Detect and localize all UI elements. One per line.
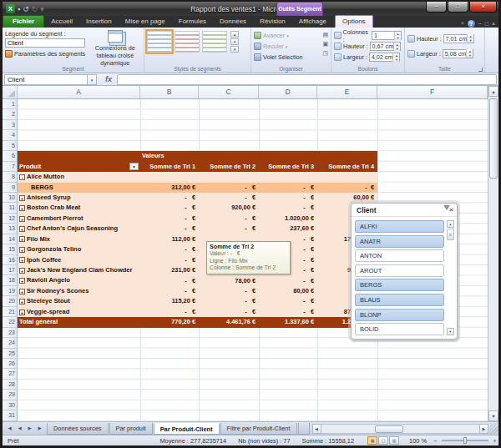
pivot-row-gorgonzola-telino[interactable]: +Gorgonzola Telino - €- €: [18, 244, 377, 254]
spin-down-icon[interactable]: ▾: [468, 38, 473, 43]
close-button[interactable]: ×: [469, 2, 497, 13]
pivot-row-jacks-clam-chowder[interactable]: +Jack's New England Clam Chowder 231,00 …: [18, 265, 377, 275]
columns-stepper[interactable]: 1 ▴▾: [372, 31, 402, 40]
tab-affichage[interactable]: Affichage: [292, 16, 333, 28]
tab-insertion[interactable]: Insertion: [79, 16, 119, 28]
row-header[interactable]: 23: [3, 328, 17, 338]
slicer-width-stepper[interactable]: 5,08 cm ▴▾: [443, 49, 474, 58]
bring-forward-button[interactable]: Avancer ▾: [254, 30, 328, 41]
pivot-row-aniseed-syrup[interactable]: +Aniseed Syrup - €- €- €60,00 €: [18, 193, 377, 203]
value-cell[interactable]: - €: [140, 203, 199, 213]
normal-view-icon[interactable]: ▦: [367, 436, 377, 445]
value-cell[interactable]: - €: [259, 296, 317, 306]
page-break-view-icon[interactable]: ▥: [389, 436, 399, 445]
formula-input[interactable]: [117, 74, 497, 85]
tab-donnees[interactable]: Données: [213, 16, 253, 28]
sheet-tab-par-produit[interactable]: Par produit: [109, 423, 153, 435]
send-backward-button[interactable]: Reculer ▾: [254, 41, 328, 52]
styles-more-icon[interactable]: ▾: [230, 46, 239, 53]
button-width-stepper[interactable]: 4,02 cm ▴▾: [369, 53, 401, 62]
total-cell[interactable]: 1.337,60 €: [259, 317, 317, 327]
column-header-b[interactable]: B: [140, 86, 199, 98]
last-sheet-icon[interactable]: ▶: [35, 424, 44, 433]
total-cell[interactable]: 770,20 €: [140, 317, 199, 327]
value-cell[interactable]: - €: [199, 193, 259, 203]
value-cell[interactable]: [140, 172, 199, 182]
value-cell[interactable]: - €: [140, 276, 199, 286]
row-header[interactable]: 17: [3, 265, 17, 275]
row-header[interactable]: 29: [3, 390, 17, 400]
value-cell[interactable]: - €: [199, 224, 259, 234]
selection-pane-button[interactable]: Volet Sélection: [254, 52, 328, 63]
pivot-total-row[interactable]: Total général 770,20 €4.461,76 €1.337,60…: [18, 317, 377, 327]
value-cell[interactable]: [317, 172, 377, 182]
tab-mise-en-page[interactable]: Mise en page: [119, 16, 172, 28]
value-cell[interactable]: - €: [140, 307, 199, 317]
slicer-item-bergs[interactable]: BERGS: [355, 279, 444, 291]
styles-scroll-down-icon[interactable]: ▾: [230, 38, 239, 45]
sheet-tab-donnees-sources[interactable]: Données sources: [47, 423, 109, 435]
row-header[interactable]: 18: [3, 275, 17, 285]
row-header[interactable]: 7: [3, 162, 17, 172]
slicer-scroll-thumb[interactable]: ≡: [447, 229, 454, 240]
slicer-style-thumbnail-2[interactable]: [175, 31, 200, 53]
value-cell[interactable]: [199, 172, 259, 182]
sheet-tab-par-produit-client[interactable]: Par Produit-Client: [154, 423, 220, 435]
horizontal-scrollbar[interactable]: ◀ ▶: [312, 423, 489, 434]
tab-accueil[interactable]: Accueil: [44, 16, 79, 28]
col-header-tri4[interactable]: Somme de Tri 4: [317, 162, 377, 172]
spin-down-icon[interactable]: ▾: [394, 47, 400, 51]
expand-icon[interactable]: +: [19, 268, 25, 274]
workbook-close-icon[interactable]: ×: [492, 21, 495, 27]
pivot-row-boston-crab-meat[interactable]: +Boston Crab Meat - €920,00 €- €: [18, 203, 377, 213]
value-cell[interactable]: - €: [259, 276, 317, 286]
tab-revision[interactable]: Révision: [253, 16, 292, 28]
slicer-style-thumbnail-3[interactable]: [202, 31, 227, 53]
slicer-item-blaus[interactable]: BLAUS: [355, 294, 444, 306]
value-cell[interactable]: 115,20 €: [140, 296, 199, 306]
scroll-up-icon[interactable]: ▲: [488, 86, 498, 97]
tab-formules[interactable]: Formules: [172, 16, 213, 28]
col-header-tri2[interactable]: Somme de Tri 2: [199, 162, 259, 172]
value-cell[interactable]: 60,00 €: [317, 193, 377, 203]
row-header[interactable]: 26: [3, 359, 17, 369]
name-box-dropdown-icon[interactable]: ▾: [88, 74, 97, 85]
styles-scroll-up-icon[interactable]: ▴: [230, 31, 239, 38]
help-icon[interactable]: ?: [468, 20, 475, 28]
row-header[interactable]: 1: [3, 99, 17, 109]
spin-down-icon[interactable]: ▾: [393, 58, 399, 62]
slicer-item-alfki[interactable]: ALFKI: [355, 220, 444, 233]
slicer-scroll-down-icon[interactable]: ▾: [447, 328, 454, 335]
row-header[interactable]: 4: [3, 130, 17, 140]
row-header[interactable]: 28: [3, 380, 17, 390]
zoom-slider[interactable]: [442, 440, 488, 441]
value-cell[interactable]: 80,00 €: [259, 286, 317, 296]
value-cell[interactable]: - €: [317, 183, 377, 193]
column-header-c[interactable]: C: [199, 86, 259, 98]
value-cell[interactable]: 1.020,00 €: [259, 214, 317, 224]
value-cell[interactable]: - €: [199, 214, 259, 224]
row-header[interactable]: 30: [3, 400, 17, 410]
next-sheet-icon[interactable]: ▶: [25, 424, 34, 433]
first-sheet-icon[interactable]: ◀: [5, 424, 14, 433]
slicer-item-arout[interactable]: AROUT: [355, 264, 444, 277]
row-header[interactable]: 24: [3, 338, 17, 348]
filter-icon[interactable]: ▼: [129, 163, 139, 170]
expand-icon[interactable]: +: [19, 257, 25, 263]
hscroll-thumb[interactable]: [375, 425, 403, 433]
group-dropdown-icon[interactable]: ▣: [322, 40, 328, 48]
row-header[interactable]: 2: [3, 109, 17, 119]
column-header-e[interactable]: E: [317, 86, 377, 98]
zoom-out-icon[interactable]: −: [432, 437, 439, 445]
row-header[interactable]: 21: [3, 307, 17, 317]
fx-icon[interactable]: fx: [105, 75, 112, 83]
row-header[interactable]: 14: [3, 234, 17, 244]
expand-icon[interactable]: +: [19, 310, 25, 315]
insert-sheet-tab[interactable]: [298, 423, 310, 435]
spin-down-icon[interactable]: ▾: [467, 53, 473, 58]
value-cell[interactable]: - €: [259, 183, 317, 193]
value-cell[interactable]: 237,60 €: [259, 224, 317, 234]
vertical-scroll-thumb[interactable]: [489, 98, 498, 179]
pivot-connections-button[interactable]: Connexions de tableau croisé dynamique: [89, 29, 141, 65]
row-header[interactable]: 20: [3, 296, 17, 306]
